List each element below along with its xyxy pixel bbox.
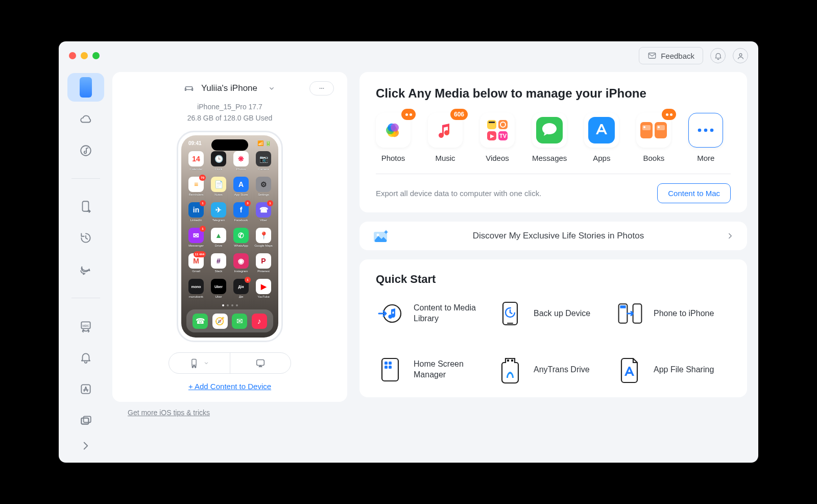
sidebar-item-backup-restore[interactable]	[67, 224, 104, 252]
media-photos[interactable]: Photos	[376, 113, 411, 162]
phone-app: 🕒Clock	[209, 151, 228, 174]
quick-content-to-media[interactable]: Content to Media Library	[376, 299, 491, 328]
more-icon	[688, 113, 723, 148]
tips-link[interactable]: Get more iOS tips & tricks	[128, 409, 210, 417]
sidebar-expand-button[interactable]	[67, 438, 104, 453]
svg-rect-26	[498, 120, 508, 129]
phone-app: #Slack	[209, 253, 228, 276]
sidebar-item-social[interactable]	[67, 255, 104, 284]
apps-icon	[584, 113, 619, 148]
account-button[interactable]	[733, 48, 748, 63]
sidebar-item-transfer[interactable]	[67, 192, 104, 221]
device-more-button[interactable]	[309, 81, 334, 95]
phone-app: UberUber	[209, 279, 228, 301]
phone-arrow-icon	[79, 200, 92, 213]
quick-label: App File Sharing	[654, 365, 714, 375]
phone-app: ◉Instagram	[231, 253, 251, 276]
media-label: Books	[643, 154, 665, 162]
media-label: Messages	[532, 154, 567, 162]
svg-rect-18	[256, 360, 264, 366]
mail-icon	[647, 51, 657, 60]
phone-app: 📄Notes	[209, 177, 228, 199]
media-books[interactable]: Books	[636, 113, 671, 162]
sidebar-item-icloud[interactable]	[67, 105, 104, 133]
close-window-button[interactable]	[69, 52, 76, 59]
phone-app: ⚙︎Settings	[254, 177, 273, 199]
badge	[662, 109, 676, 120]
device-storage: 26.8 GB of 128.0 GB Used	[187, 113, 273, 124]
svg-rect-29	[489, 122, 495, 123]
chevron-down-icon[interactable]	[268, 84, 276, 92]
notifications-button[interactable]	[710, 48, 726, 63]
phone-app: AApp Store	[231, 177, 251, 199]
sidebar-item-app-download[interactable]	[67, 375, 104, 403]
history-icon	[79, 231, 92, 245]
phone-dock: ☎︎🧭✉︎♪	[186, 309, 273, 332]
device-name: Yuliia's iPhone	[201, 83, 257, 93]
bell-icon	[714, 52, 723, 60]
phone-app: ❋Photos	[231, 151, 251, 174]
phone-notch	[211, 139, 248, 151]
rects-icon	[79, 414, 92, 427]
phone-app: ✉︎1Messenger	[186, 228, 206, 250]
phone-app: Дія1Дія	[231, 279, 251, 301]
phone-app-grid: 14Calendar🕒Clock❋Photos📷Camera≡70Reminde…	[181, 146, 278, 301]
content-to-media-icon	[376, 299, 404, 328]
svg-point-45	[377, 234, 379, 236]
phone-app: PPinterest	[254, 253, 273, 276]
sidebar-item-ringtone[interactable]	[67, 343, 104, 372]
sidebar-item-itunes-library[interactable]	[67, 136, 104, 165]
phone-screen: 09:41 📶 🔋 14Calendar🕒Clock❋Photos📷Camera…	[181, 135, 278, 338]
videos-icon: TV	[480, 113, 515, 148]
photos-icon	[376, 113, 411, 148]
device-tool-right-button[interactable]	[230, 353, 291, 373]
media-row: Photos606MusicTVVideosMessagesAppsBooksM…	[376, 113, 731, 162]
svg-rect-51	[633, 304, 642, 323]
svg-rect-52	[620, 305, 626, 308]
media-messages[interactable]: Messages	[532, 113, 567, 162]
svg-point-42	[704, 129, 708, 132]
svg-point-43	[710, 129, 714, 132]
quick-home-screen-manager[interactable]: Home Screen Manager	[376, 355, 491, 384]
sidebar-item-screen-mirror[interactable]	[67, 406, 104, 435]
add-content-link[interactable]: + Add Content to Device	[188, 382, 271, 391]
phone-app: 📷Camera	[254, 151, 273, 174]
svg-rect-58	[507, 359, 509, 362]
quick-phone-to-iphone[interactable]: Phone to iPhone	[616, 299, 731, 328]
quick-label: AnyTrans Drive	[534, 365, 590, 375]
media-videos[interactable]: TVVideos	[480, 113, 515, 162]
media-heading: Click Any Media below to manage your iPh…	[376, 86, 731, 101]
feedback-button[interactable]: Feedback	[639, 47, 703, 64]
phone-to-iphone-icon	[616, 299, 644, 328]
sidebar-divider	[71, 178, 100, 179]
quick-app-file-sharing[interactable]: App File Sharing	[616, 355, 731, 384]
phone-app: in1LinkedIn	[186, 202, 206, 225]
zoom-window-button[interactable]	[92, 52, 100, 59]
sidebar-item-device-manager[interactable]	[67, 73, 104, 102]
phone-cut-icon	[189, 358, 199, 368]
quick-anytrans-drive[interactable]: AnyTrans Drive	[496, 355, 611, 384]
media-more[interactable]: More	[688, 113, 723, 162]
svg-point-41	[698, 129, 702, 132]
device-tool-left-button[interactable]	[169, 353, 230, 373]
media-apps[interactable]: Apps	[584, 113, 619, 162]
quick-start-heading: Quick Start	[376, 273, 731, 286]
content-to-mac-button[interactable]: Content to Mac	[657, 183, 731, 203]
phone-dock-app: ♪	[252, 314, 267, 329]
messages-icon	[532, 113, 567, 148]
phone-app: 14Calendar	[186, 151, 206, 174]
promo-banner[interactable]: Discover My Exclusive Life Stories in Ph…	[359, 222, 747, 250]
svg-point-40	[658, 126, 660, 128]
minimize-window-button[interactable]	[81, 52, 88, 59]
sidebar-item-heic-convert[interactable]	[67, 311, 104, 340]
phone-dock-app: 🧭	[212, 314, 228, 329]
phone-app: ≡70Reminders	[186, 177, 206, 199]
window-controls	[69, 52, 100, 59]
sidebar-divider	[71, 298, 100, 298]
phone-app: ✆WhatsApp	[231, 228, 251, 250]
app-window: Feedback	[59, 41, 758, 463]
music-icon: 606	[428, 113, 463, 148]
device-info: iPhone_15_Pro 17.7 26.8 GB of 128.0 GB U…	[187, 102, 273, 124]
quick-back-up-device[interactable]: Back up Device	[496, 299, 611, 328]
media-music[interactable]: 606Music	[428, 113, 463, 162]
